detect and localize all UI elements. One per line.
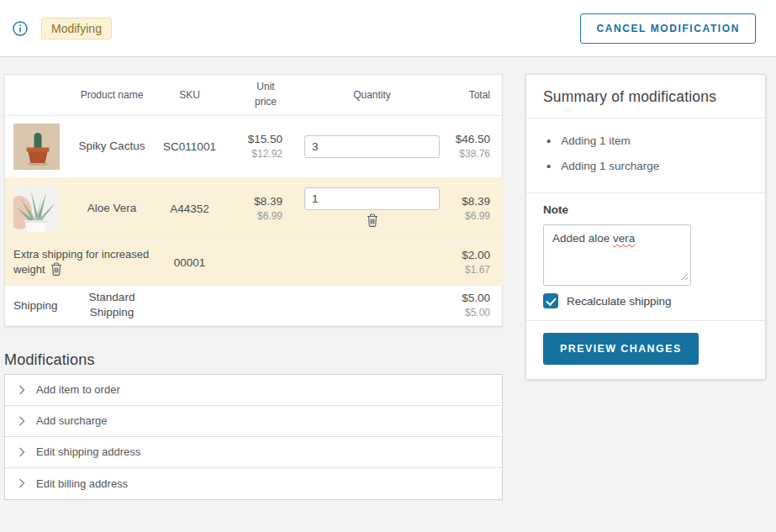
summary-item: Adding 1 surcharge: [543, 154, 748, 179]
delete-item-button[interactable]: [367, 213, 378, 229]
top-bar: Modifying CANCEL MODIFICATION: [0, 0, 776, 57]
row-total: $5.00: [448, 291, 490, 306]
surcharge-name: Extra shipping for increased weight: [13, 248, 149, 276]
surcharge-sku: 00001: [158, 240, 221, 285]
unit-price-net: $6.99: [221, 209, 282, 223]
table-row: Shipping Standard Shipping $5.00 $5.00: [5, 285, 504, 325]
product-name: Aloe Vera: [66, 177, 158, 240]
row-total-net: $5.00: [448, 306, 490, 319]
unit-price-cell: $15.50 $12.92: [221, 115, 284, 177]
spiky-cactus-photo: [13, 124, 60, 170]
delete-surcharge-button[interactable]: [50, 262, 62, 278]
modifications-section: Modifications Add item to order Add surc…: [4, 351, 503, 500]
empty-cell: [284, 285, 448, 325]
product-image-cell: [5, 177, 66, 240]
empty-cell: [284, 240, 448, 285]
unit-price-cell: $8.39 $6.99: [221, 177, 284, 240]
trash-icon: [50, 262, 62, 276]
info-icon[interactable]: [13, 21, 28, 36]
unit-price-net: $12.92: [221, 147, 282, 161]
preview-section: PREVIEW CHANGES: [526, 321, 765, 379]
trash-icon: [367, 213, 378, 227]
quantity-input[interactable]: [304, 187, 440, 210]
resize-handle-icon[interactable]: [681, 271, 689, 283]
accordion-add-surcharge[interactable]: Add surcharge: [5, 406, 502, 437]
product-name: Spiky Cactus: [66, 115, 158, 177]
total-cell: $5.00 $5.00: [448, 285, 504, 325]
row-total: $46.50: [448, 132, 490, 147]
quantity-column-header: Quantity: [284, 75, 448, 115]
unit-price-column-header: Unit price: [221, 75, 284, 115]
empty-cell: [158, 285, 221, 325]
sku-column-header: SKU: [158, 75, 221, 115]
chevron-right-icon: [18, 478, 25, 488]
accordion-edit-shipping-address[interactable]: Edit shipping address: [5, 437, 502, 468]
order-column: Product name SKU Unit price Quantity Tot…: [4, 74, 503, 500]
product-image-cell: [5, 115, 66, 177]
total-cell: $2.00 $1.67: [448, 240, 504, 285]
total-cell: $46.50 $38.76: [448, 115, 504, 177]
modifications-title: Modifications: [4, 351, 503, 369]
note-textarea[interactable]: Added aloe vera: [543, 224, 691, 286]
accordion-label: Edit billing address: [36, 477, 128, 490]
table-header-row: Product name SKU Unit price Quantity Tot…: [5, 75, 504, 115]
cancel-modification-button[interactable]: CANCEL MODIFICATION: [580, 13, 756, 44]
row-total-net: $1.67: [448, 263, 490, 277]
summary-column: Summary of modifications Adding 1 item A…: [525, 74, 766, 380]
modifications-accordion: Add item to order Add surcharge Edit shi…: [4, 374, 503, 500]
summary-list: Adding 1 item Adding 1 surcharge: [526, 119, 765, 192]
recalculate-shipping-row: Recalculate shipping: [543, 293, 748, 308]
order-table-card: Product name SKU Unit price Quantity Tot…: [4, 74, 503, 327]
shipping-label: Shipping: [5, 285, 66, 325]
empty-cell: [221, 285, 284, 325]
note-section: Note Added aloe vera Recalculate shippin…: [526, 193, 765, 320]
chevron-right-icon: [18, 416, 25, 426]
quantity-input[interactable]: [304, 135, 440, 158]
main-content: Product name SKU Unit price Quantity Tot…: [4, 74, 776, 500]
image-column-header: [5, 75, 66, 115]
recalculate-checkbox[interactable]: [543, 293, 558, 308]
quantity-cell: [284, 115, 448, 177]
row-total-net: $38.76: [448, 147, 490, 161]
chevron-right-icon: [18, 385, 25, 395]
unit-price: $15.50: [221, 132, 282, 147]
accordion-label: Add surcharge: [36, 414, 108, 427]
accordion-edit-billing-address[interactable]: Edit billing address: [5, 468, 502, 499]
chevron-right-icon: [18, 447, 25, 457]
recalculate-label[interactable]: Recalculate shipping: [567, 295, 672, 308]
accordion-add-item-to-order[interactable]: Add item to order: [5, 375, 502, 406]
product-sku: A44352: [158, 177, 221, 240]
row-total: $8.39: [448, 194, 490, 209]
status-badge: Modifying: [41, 18, 112, 40]
unit-price: $8.39: [221, 194, 282, 209]
product-name-column-header: Product name: [66, 75, 158, 115]
row-total: $2.00: [448, 248, 490, 263]
table-row: Extra shipping for increased weight 0000…: [5, 240, 504, 285]
note-text-misspelled: vera: [613, 232, 635, 245]
note-label: Note: [543, 203, 748, 216]
quantity-cell: [284, 177, 448, 240]
summary-item: Adding 1 item: [543, 129, 748, 154]
surcharge-name-cell: Extra shipping for increased weight: [5, 240, 158, 285]
product-sku: SC011001: [158, 115, 221, 177]
summary-title: Summary of modifications: [526, 75, 765, 118]
total-column-header: Total: [448, 75, 504, 115]
aloe-vera-photo: [13, 186, 60, 232]
accordion-label: Add item to order: [36, 383, 120, 396]
table-row: Aloe Vera A44352 $8.39 $6.99: [5, 177, 504, 240]
summary-panel: Summary of modifications Adding 1 item A…: [525, 74, 766, 380]
total-cell: $8.39 $6.99: [448, 177, 504, 240]
order-table: Product name SKU Unit price Quantity Tot…: [5, 75, 504, 326]
empty-cell: [221, 240, 284, 285]
row-total-net: $6.99: [448, 209, 490, 223]
note-text: Added aloe: [552, 232, 613, 245]
accordion-label: Edit shipping address: [36, 445, 140, 458]
preview-changes-button[interactable]: PREVIEW CHANGES: [543, 333, 699, 365]
table-row: Spiky Cactus SC011001 $15.50 $12.92 $46.…: [5, 115, 504, 177]
shipping-method: Standard Shipping: [66, 285, 158, 325]
